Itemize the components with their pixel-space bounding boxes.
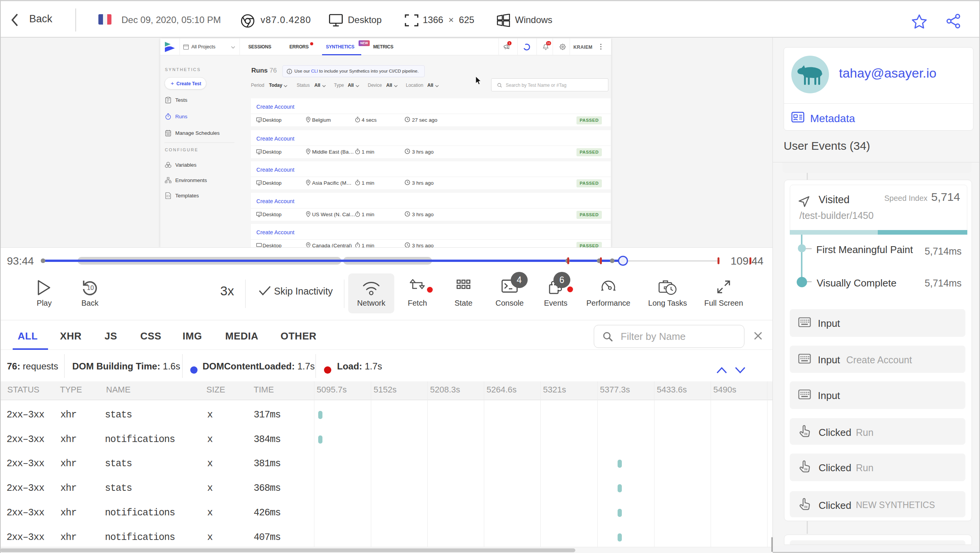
svg-text:10: 10 [87,284,94,291]
